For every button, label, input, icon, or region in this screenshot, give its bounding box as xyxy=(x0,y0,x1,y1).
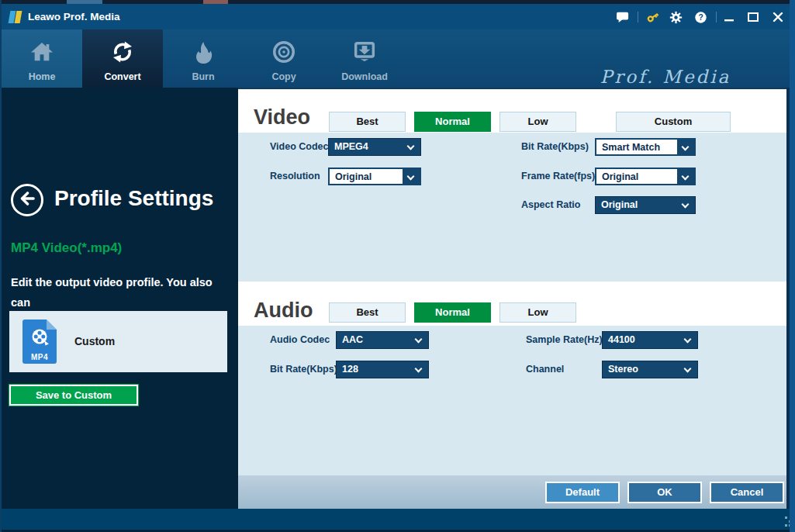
minimize-icon[interactable] xyxy=(723,11,737,23)
brand-script-text: Prof. Media xyxy=(600,67,731,87)
message-icon[interactable] xyxy=(616,11,630,23)
maximize-icon[interactable] xyxy=(747,11,761,23)
main-nav: Home Convert Burn xyxy=(0,29,795,88)
video-quality-normal-button[interactable]: Normal xyxy=(414,112,491,132)
aspect-ratio-label: Aspect Ratio xyxy=(521,196,580,214)
aspect-ratio-select[interactable]: Original xyxy=(595,196,696,214)
description-line1: Edit the output video profile. You also … xyxy=(11,276,213,309)
titlebar-separator xyxy=(716,12,717,22)
framerate-value: Original xyxy=(602,169,638,185)
audio-settings-form: Audio Codec AAC Bit Rate(Kbps) 128 Sampl… xyxy=(238,326,789,475)
video-quality-best-button[interactable]: Best xyxy=(329,112,406,132)
video-quality-custom-button[interactable]: Custom xyxy=(616,112,731,132)
framerate-select[interactable]: Original xyxy=(595,168,696,185)
video-codec-label: Video Codec xyxy=(270,138,328,156)
tab-label: Download xyxy=(341,71,388,82)
window-footer xyxy=(0,509,795,530)
chevron-down-icon xyxy=(415,365,423,373)
svg-text:?: ? xyxy=(698,13,703,22)
chevron-down-icon xyxy=(407,143,415,150)
action-bar: Default OK Cancel xyxy=(238,475,789,509)
custom-profile-item[interactable]: MP4 Custom xyxy=(9,311,227,372)
resize-grip[interactable] xyxy=(785,516,787,519)
video-codec-value: MPEG4 xyxy=(334,139,368,155)
download-icon xyxy=(351,40,378,67)
mp4-icon-label: MP4 xyxy=(22,353,57,361)
video-section-header: Video Best Normal Low Custom xyxy=(238,89,789,133)
default-button[interactable]: Default xyxy=(545,482,620,503)
tab-burn[interactable]: Burn xyxy=(163,29,244,88)
tab-label: Home xyxy=(29,71,56,82)
audio-codec-value: AAC xyxy=(342,332,363,348)
cancel-button[interactable]: Cancel xyxy=(710,482,784,503)
audio-quality-low-button[interactable]: Low xyxy=(499,302,576,323)
tab-home[interactable]: Home xyxy=(2,29,82,88)
aspect-ratio-value: Original xyxy=(601,197,638,213)
profile-name: MP4 Video(*.mp4) xyxy=(11,240,122,256)
back-arrow-icon xyxy=(17,188,37,212)
channel-value: Stereo xyxy=(608,361,638,378)
framerate-label: Frame Rate(fps) xyxy=(521,168,595,185)
tab-label: Convert xyxy=(104,71,140,82)
tab-convert[interactable]: Convert xyxy=(82,29,163,88)
back-button[interactable] xyxy=(11,184,43,216)
audio-codec-label: Audio Codec xyxy=(270,331,330,349)
audio-quality-best-button[interactable]: Best xyxy=(329,302,406,323)
chevron-down-icon xyxy=(682,201,690,209)
gear-icon[interactable] xyxy=(669,11,683,23)
page-title: Profile Settings xyxy=(54,186,213,211)
audio-section-header: Audio Best Normal Low xyxy=(238,282,789,326)
chevron-down-icon xyxy=(684,336,692,344)
video-codec-select[interactable]: MPEG4 xyxy=(328,138,421,156)
tab-label: Burn xyxy=(192,71,214,82)
settings-panel: Video Best Normal Low Custom Video Codec… xyxy=(238,88,789,509)
burn-icon xyxy=(190,40,216,67)
copy-disc-icon xyxy=(271,40,297,67)
tab-copy[interactable]: Copy xyxy=(244,29,324,88)
channel-select[interactable]: Stereo xyxy=(602,361,698,378)
video-settings-form: Video Codec MPEG4 Resolution Original Bi… xyxy=(238,133,789,282)
audio-bitrate-label: Bit Rate(Kbps) xyxy=(270,361,337,378)
audio-codec-select[interactable]: AAC xyxy=(336,331,429,349)
key-icon[interactable] xyxy=(646,11,660,23)
ok-button[interactable]: OK xyxy=(627,482,702,503)
sample-rate-label: Sample Rate(Hz) xyxy=(526,331,603,349)
audio-bitrate-value: 128 xyxy=(342,361,358,378)
chevron-down-icon xyxy=(415,336,423,344)
save-to-custom-button[interactable]: Save to Custom xyxy=(9,385,138,406)
video-bitrate-label: Bit Rate(Kbps) xyxy=(521,138,589,156)
video-bitrate-value: Smart Match xyxy=(602,140,660,156)
video-section-title: Video xyxy=(254,105,310,130)
resolution-value: Original xyxy=(335,169,372,185)
leawo-logo-icon xyxy=(9,10,22,24)
close-icon[interactable] xyxy=(772,11,786,23)
help-icon[interactable]: ? xyxy=(694,11,708,23)
video-quality-low-button[interactable]: Low xyxy=(499,112,576,132)
audio-bitrate-select[interactable]: 128 xyxy=(336,361,429,378)
audio-section-title: Audio xyxy=(254,299,313,323)
sidebar: Profile Settings MP4 Video(*.mp4) Edit t… xyxy=(0,88,238,509)
channel-label: Channel xyxy=(526,361,564,378)
audio-quality-normal-button[interactable]: Normal xyxy=(414,302,491,323)
titlebar: Leawo Prof. Media ? xyxy=(0,4,795,29)
sample-rate-select[interactable]: 44100 xyxy=(602,331,698,349)
window-right-border xyxy=(790,0,795,532)
home-icon xyxy=(29,40,55,67)
custom-profile-label: Custom xyxy=(74,335,115,347)
chevron-down-icon xyxy=(684,365,692,373)
titlebar-separator xyxy=(638,12,638,22)
convert-icon xyxy=(109,40,136,67)
sample-rate-value: 44100 xyxy=(608,332,635,348)
resolution-select[interactable]: Original xyxy=(328,168,421,185)
resolution-label: Resolution xyxy=(270,168,320,185)
application-window: Leawo Prof. Media ? xyxy=(0,0,795,532)
window-title: Leawo Prof. Media xyxy=(28,4,120,29)
mp4-file-icon: MP4 xyxy=(22,320,57,364)
tab-download[interactable]: Download xyxy=(324,29,405,88)
video-bitrate-select[interactable]: Smart Match xyxy=(595,138,696,156)
tab-label: Copy xyxy=(271,71,296,82)
window-left-border xyxy=(0,0,2,532)
